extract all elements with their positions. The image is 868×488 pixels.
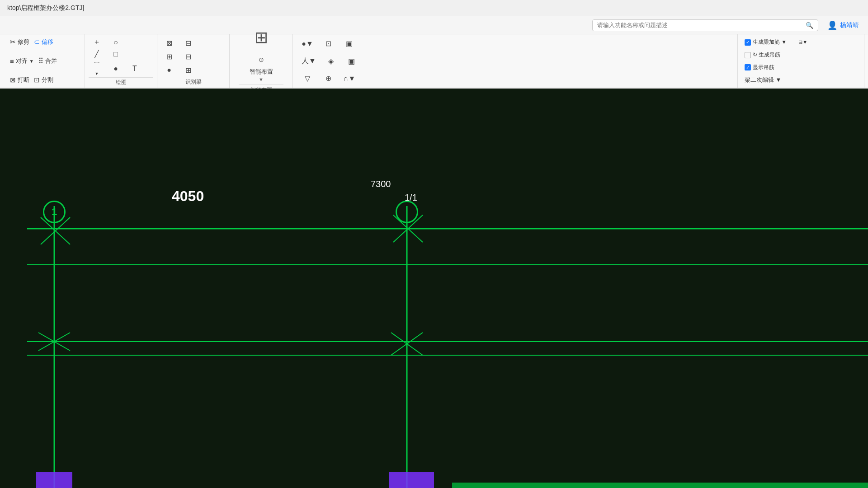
user-name: 杨靖靖 <box>840 21 859 29</box>
checkbox-hanger-icon <box>745 52 751 58</box>
search-input-wrapper[interactable]: 🔍 <box>592 19 818 31</box>
align-arrow: ▼ <box>29 59 34 64</box>
merge-btn[interactable]: ⠿ 合并 <box>38 57 57 65</box>
rec-table-btn[interactable]: ⊟ <box>180 51 196 62</box>
break-btn[interactable]: ⊠ 打断 <box>10 76 29 84</box>
rec-row-1: ⊠ ⊟ <box>161 38 226 49</box>
canvas-area: 1 4050 7300 1/1 <box>0 89 868 488</box>
circle-icon: ○ <box>113 38 118 47</box>
rec-dot-icon: ● <box>167 66 171 74</box>
search-bar: 🔍 👤 杨靖靖 <box>0 16 868 34</box>
merge-label: 合并 <box>45 57 57 65</box>
draw-line-btn[interactable]: ╱ <box>89 48 105 60</box>
trim-btn[interactable]: ✂ 修剪 <box>10 38 29 46</box>
rec-table2-btn[interactable]: ⊞ <box>180 65 196 76</box>
break-icon: ⊠ <box>10 76 16 84</box>
draw-circle-btn[interactable]: ○ <box>108 37 124 48</box>
table-icon: ⊟ <box>185 52 191 61</box>
draw-arc-btn[interactable]: ⌒ ▼ <box>89 60 105 77</box>
cross-icon: ⊠ <box>166 39 172 47</box>
offset-icon: ⊂ <box>34 38 40 46</box>
rt-checkgrid-btn[interactable]: ▣ <box>341 38 357 49</box>
user-avatar-icon: 👤 <box>827 20 837 30</box>
draw-rect-btn[interactable]: □ <box>108 49 124 60</box>
rt-table3-btn[interactable]: ▣ <box>344 56 360 67</box>
diamond-icon: ◈ <box>328 57 334 66</box>
checkbox-beam-rebar[interactable]: 生成梁加筋 ▼ <box>745 38 787 46</box>
checkbox-beam-rebar-label: 生成梁加筋 ▼ <box>753 38 787 46</box>
offset-label: 偏移 <box>42 38 53 46</box>
right-row-1: ●▼ ⊡ ▣ <box>299 38 731 49</box>
align-label: 对齐 <box>16 57 28 65</box>
rec-dot-btn[interactable]: ● <box>161 65 177 75</box>
trim-icon: ✂ <box>10 38 16 46</box>
checkbox-show-hanger-icon <box>745 64 751 70</box>
dot-arrow-icon: ●▼ <box>302 40 313 48</box>
text-draw-icon: T <box>132 65 137 73</box>
smart-label: 智能布置 <box>250 68 273 76</box>
edit-row-3: ⊠ 打断 ⊡ 分割 <box>10 76 78 84</box>
minus-rect-icon: ⊟ <box>185 39 191 47</box>
rt-person-btn[interactable]: 人▼ <box>299 55 318 67</box>
recognize-content: ⊠ ⊟ ⊞ ⊟ ● ⊞ <box>161 36 226 77</box>
bottom-green-bar <box>452 483 868 488</box>
draw-dot-btn[interactable]: ● <box>108 63 124 74</box>
smart-layout-icon[interactable]: ⊞ ⊙ <box>255 28 268 66</box>
line-icon: ╱ <box>94 50 99 58</box>
toolbar: ✂ 修剪 ⊂ 偏移 ≡ 对齐 ▼ ⠿ 合并 ⊠ 打断 <box>0 34 868 89</box>
split-btn[interactable]: ⊡ 分割 <box>34 76 53 84</box>
headphone-icon: ∩▼ <box>343 75 355 83</box>
checkbox-beam-rebar-icon <box>745 39 751 46</box>
table2-icon: ⊞ <box>185 66 191 75</box>
search-input[interactable] <box>597 22 803 28</box>
split-label: 分割 <box>42 76 53 84</box>
smart-arrow[interactable]: ▼ <box>259 77 264 82</box>
dimension-4050: 4050 <box>172 188 204 205</box>
split-icon: ⊡ <box>34 76 40 84</box>
rt-rect2-btn[interactable]: ⊡ <box>320 38 336 49</box>
user-area[interactable]: 👤 杨靖靖 <box>827 20 859 30</box>
align-icon: ≡ <box>10 57 14 65</box>
beam-edit-dropdown[interactable]: 梁二次编辑 ▼ <box>745 76 781 84</box>
gen-extra-btn[interactable]: ⊟▼ <box>795 38 811 47</box>
checkbox-show-hanger[interactable]: 显示吊筋 <box>745 64 774 71</box>
draw-footer: 绘图 <box>89 77 153 86</box>
rec-minus-btn[interactable]: ⊟ <box>180 38 196 49</box>
checkbox-hanger-label: ↻ 生成吊筋 <box>753 51 780 59</box>
node-circle-2[interactable] <box>396 201 418 223</box>
break-label: 打断 <box>18 76 29 84</box>
draw-add-btn[interactable]: ＋ <box>89 36 105 48</box>
rec-row-3: ● ⊞ <box>161 65 226 76</box>
arc-icon: ⌒ <box>93 61 100 70</box>
rt-filter-btn[interactable]: ▽ <box>299 73 316 84</box>
draw-section: ＋ ○ ╱ □ ⌒ ▼ ● <box>85 34 157 88</box>
offset-btn[interactable]: ⊂ 偏移 <box>34 38 53 46</box>
edit-row-1: ✂ 修剪 ⊂ 偏移 <box>10 38 78 46</box>
search-icon[interactable]: 🔍 <box>806 22 813 29</box>
purple-block-1 <box>36 472 72 488</box>
recognize-footer: 识别梁 <box>161 77 226 86</box>
toolbar-edit-section: ✂ 修剪 ⊂ 偏移 ≡ 对齐 ▼ ⠿ 合并 ⊠ 打断 <box>4 34 85 88</box>
rt-diamond-btn[interactable]: ◈ <box>323 56 339 67</box>
beam-edit-label: 梁二次编辑 ▼ <box>745 76 781 84</box>
title-bar: ktop\启程框架办公楼2.GTJ] <box>0 0 868 16</box>
rec-grid-btn[interactable]: ⊞ <box>161 51 177 62</box>
rect2-icon: ⊡ <box>326 39 331 48</box>
checkbox-hanger[interactable]: ↻ 生成吊筋 <box>745 51 780 59</box>
right-row-2: 人▼ ◈ ▣ <box>299 55 731 67</box>
target-icon: ⊕ <box>326 74 331 83</box>
checkbox-show-hanger-label: 显示吊筋 <box>753 64 774 71</box>
align-btn[interactable]: ≡ 对齐 ▼ <box>10 57 34 65</box>
annotation-ratio: 1/1 <box>405 192 417 203</box>
dot-icon: ● <box>113 65 118 73</box>
recognize-section: ⊠ ⊟ ⊞ ⊟ ● ⊞ <box>157 34 230 88</box>
node-circle-1[interactable]: 1 <box>43 201 66 223</box>
draw-text-btn[interactable]: T <box>127 63 143 74</box>
rec-cross-btn[interactable]: ⊠ <box>161 38 177 49</box>
trim-label: 修剪 <box>18 38 29 46</box>
rt-dot-arrow-btn[interactable]: ●▼ <box>299 38 316 49</box>
rt-headphone-btn[interactable]: ∩▼ <box>341 73 358 84</box>
rt-target-btn[interactable]: ⊕ <box>320 73 336 84</box>
grid-icon: ⊞ <box>166 52 172 61</box>
person-icon: 人▼ <box>302 56 316 66</box>
